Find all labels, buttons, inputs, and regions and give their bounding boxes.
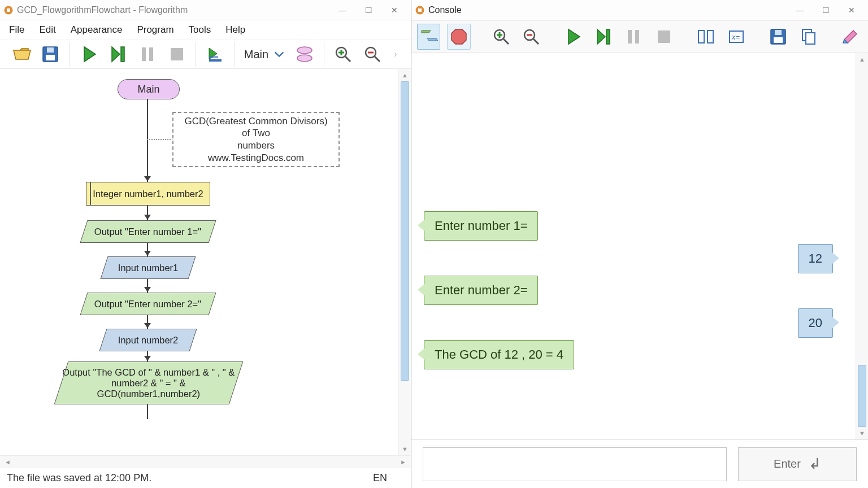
svg-text:x=: x= (731, 33, 740, 41)
svg-line-28 (533, 39, 539, 44)
status-text: The file was saved at 12:00 PM. (7, 472, 151, 484)
svg-rect-9 (209, 59, 222, 62)
save-icon[interactable] (41, 43, 61, 66)
console-output-bubble: Enter number 2= (424, 276, 538, 305)
input-block-1[interactable]: Input number1 (101, 256, 196, 279)
svg-rect-6 (142, 47, 146, 61)
font-decrease-icon[interactable] (519, 24, 542, 50)
speed-icon[interactable] (205, 43, 225, 66)
copy-icon[interactable] (797, 24, 820, 50)
console-title: Console (428, 5, 787, 15)
svg-rect-21 (418, 8, 422, 12)
scroll-down-arrow[interactable]: ▼ (399, 444, 411, 454)
minimize-button[interactable]: — (329, 2, 355, 19)
variables-icon[interactable]: x= (724, 24, 748, 50)
console-run-icon[interactable] (562, 24, 585, 50)
menubar: File Edit Appearance Program Tools Help (0, 20, 411, 40)
function-name: Main (244, 48, 268, 61)
console-input-bubble: 20 (798, 308, 833, 338)
console-vertical-scrollbar[interactable]: ▲ ▼ (856, 53, 868, 439)
stop-console-icon[interactable] (447, 24, 470, 50)
editor-toolbar: Main › (0, 40, 411, 69)
enter-label: Enter (774, 457, 801, 470)
console-output-bubble: Enter number 1= (424, 211, 538, 241)
console-minimize-button[interactable]: — (787, 2, 813, 19)
canvas-horizontal-scrollbar[interactable]: ◄ ► (0, 455, 411, 468)
console-input-bubble: 12 (798, 244, 833, 273)
console-save-icon[interactable] (767, 24, 790, 50)
svg-rect-42 (806, 33, 815, 44)
canvas-vertical-scrollbar[interactable]: ▲ ▼ (398, 69, 411, 455)
svg-rect-40 (775, 30, 782, 35)
function-selector[interactable]: Main (244, 48, 285, 61)
console-window: Console — ☐ ✕ x= Enter number 1= (411, 0, 868, 488)
output-block-1[interactable]: Output "Enter number 1=" (80, 220, 216, 243)
output-block-2[interactable]: Output "Enter number 2=" (80, 293, 216, 315)
comment-connector (147, 139, 173, 140)
enter-button[interactable]: Enter ↲ (738, 447, 857, 481)
svg-rect-32 (635, 30, 639, 43)
step-icon[interactable] (108, 43, 129, 66)
console-titlebar: Console — ☐ ✕ (411, 0, 868, 20)
toolbar-overflow-icon[interactable]: › (392, 49, 400, 59)
svg-rect-31 (628, 30, 632, 43)
svg-rect-4 (47, 47, 54, 53)
scroll-up-arrow[interactable]: ▲ (856, 54, 868, 64)
svg-marker-22 (452, 29, 466, 44)
svg-point-12 (297, 55, 312, 62)
svg-rect-5 (121, 47, 124, 62)
layout-icon[interactable] (695, 24, 718, 50)
console-input[interactable] (423, 447, 727, 481)
flowchart-canvas[interactable]: Main GCD(Greatest Common Divisors) of Tw… (0, 69, 398, 455)
console-maximize-button[interactable]: ☐ (813, 2, 839, 19)
svg-line-14 (345, 56, 350, 62)
flowgorithm-window: GCD_FlowgorithmFlowchart - Flowgorithm —… (0, 0, 411, 488)
input-block-2[interactable]: Input number2 (99, 329, 197, 351)
svg-rect-3 (46, 55, 55, 60)
console-pause-icon[interactable] (622, 24, 645, 50)
app-icon (3, 5, 14, 15)
clear-icon[interactable] (839, 24, 862, 50)
scroll-down-arrow[interactable]: ▼ (856, 428, 868, 438)
output-block-3[interactable]: Output "The GCD of " & number1 & " , " &… (54, 361, 244, 404)
menu-program[interactable]: Program (136, 22, 175, 38)
menu-appearance[interactable]: Appearance (70, 22, 124, 38)
zoom-in-icon[interactable] (333, 43, 354, 66)
add-function-icon[interactable] (294, 43, 315, 66)
menu-help[interactable]: Help (224, 22, 246, 38)
scroll-thumb[interactable] (858, 365, 866, 427)
console-input-row: Enter ↲ (411, 439, 868, 488)
svg-rect-7 (149, 47, 153, 61)
menu-edit[interactable]: Edit (38, 22, 57, 38)
pause-icon[interactable] (137, 43, 158, 66)
editor-titlebar: GCD_FlowgorithmFlowchart - Flowgorithm —… (0, 0, 411, 20)
svg-rect-35 (708, 30, 713, 43)
scroll-right-arrow[interactable]: ► (400, 459, 406, 465)
zoom-out-icon[interactable] (362, 43, 383, 66)
comment-block[interactable]: GCD(Greatest Common Divisors) of Two num… (172, 112, 340, 167)
declare-block[interactable]: Integer number1, number2 (86, 182, 210, 206)
scroll-thumb[interactable] (401, 81, 409, 381)
console-step-icon[interactable] (592, 24, 615, 50)
close-button[interactable]: ✕ (381, 2, 407, 19)
svg-line-18 (375, 56, 380, 62)
svg-rect-10 (209, 56, 218, 58)
svg-line-24 (504, 39, 509, 44)
scroll-up-arrow[interactable]: ▲ (399, 70, 411, 80)
enter-arrow-icon: ↲ (809, 455, 821, 473)
stop-icon[interactable] (167, 43, 187, 66)
svg-rect-39 (774, 37, 783, 43)
menu-tools[interactable]: Tools (188, 22, 212, 38)
console-close-button[interactable]: ✕ (839, 2, 865, 19)
terminator-main[interactable]: Main (118, 79, 180, 99)
font-increase-icon[interactable] (489, 24, 513, 50)
console-stop-icon[interactable] (652, 24, 675, 50)
maximize-button[interactable]: ☐ (355, 2, 381, 19)
console-output-bubble: The GCD of 12 , 20 = 4 (424, 340, 574, 369)
menu-file[interactable]: File (8, 22, 25, 38)
scroll-left-arrow[interactable]: ◄ (5, 459, 11, 465)
chat-view-icon[interactable] (417, 24, 440, 50)
chevron-down-icon (273, 48, 285, 60)
run-icon[interactable] (79, 43, 99, 66)
open-icon[interactable] (11, 43, 32, 66)
